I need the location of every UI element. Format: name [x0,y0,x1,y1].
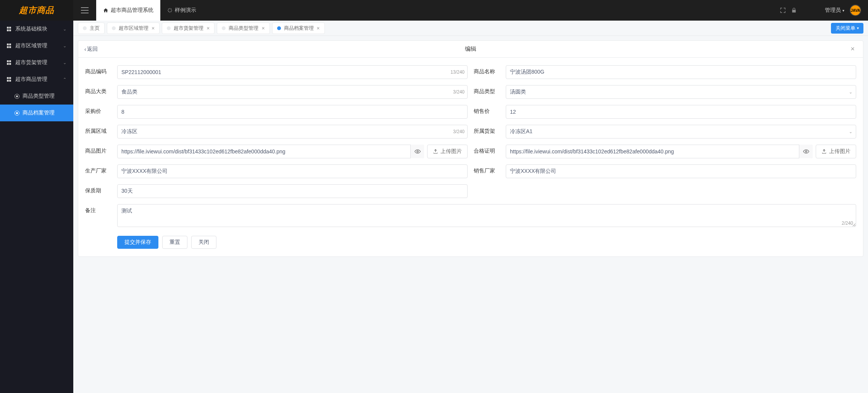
logo: 超市商品 [0,0,73,21]
input-cert-url[interactable] [506,145,813,158]
input-area[interactable] [117,125,468,139]
select-shelf[interactable] [506,125,856,139]
avatar-text: JAVA [850,8,860,13]
fullscreen-button[interactable] [780,7,786,13]
card-close-button[interactable]: × [848,44,857,54]
top-tab-system[interactable]: 超市商品管理系统 [96,0,160,21]
user-name: 管理员 [825,7,841,14]
card-title: 编辑 [465,45,476,53]
reset-button[interactable]: 重置 [162,236,187,249]
page-tab-area[interactable]: 超市区域管理 × [107,23,160,34]
page-tab-label: 主页 [90,25,100,32]
svg-point-1 [805,151,807,152]
page-tab-shelf[interactable]: 超市货架管理 × [162,23,215,34]
sidebar-sub-label: 商品档案管理 [23,110,55,116]
chevron-down-icon: ⌄ [63,43,66,48]
upload-image-button[interactable]: 上传图片 [427,145,468,158]
top-tab-label: 超市商品管理系统 [111,7,153,14]
input-code[interactable] [117,65,468,79]
sidebar-item-product-mgmt[interactable]: 超市商品管理 ⌃ [0,71,73,88]
tab-close-icon[interactable]: × [317,26,320,31]
grid-icon [7,43,11,48]
sidebar-item-system-base[interactable]: 系统基础模块 ⌄ [0,21,73,37]
top-tabs: 超市商品管理系统 样例演示 [96,0,203,21]
close-tabs-menu-button[interactable]: 关闭菜单 ▾ [831,23,863,34]
tab-close-icon[interactable]: × [207,26,210,31]
close-button[interactable]: 关闭 [191,236,216,249]
lock-button[interactable] [791,7,797,13]
header-right: 管理员 ▾ JAVA [780,5,868,16]
page-tab-product-type[interactable]: 商品类型管理 × [217,23,269,34]
back-label: 返回 [87,46,98,53]
label-sale-price: 销售价 [474,105,501,115]
label-code: 商品编码 [85,65,113,75]
hamburger-icon [81,7,89,13]
content-scroll: ‹ 返回 编辑 × 商品编码 13/240 [73,36,868,393]
input-purchase-price[interactable] [117,105,468,119]
top-tab-demo[interactable]: 样例演示 [160,0,203,21]
page-tab-label: 商品档案管理 [284,25,314,32]
upload-icon [821,149,827,154]
label-cert: 合格证明 [474,145,501,155]
grid-icon [7,27,11,31]
label-producer: 生产厂家 [85,164,113,174]
label-seller: 销售厂家 [474,164,501,174]
label-remark: 备注 [85,204,113,214]
sidebar-item-label: 超市商品管理 [15,76,47,83]
gear-icon [15,94,19,99]
upload-cert-button[interactable]: 上传图片 [816,145,856,158]
chevron-up-icon: ⌃ [63,77,66,82]
submit-button[interactable]: 提交并保存 [117,236,158,249]
user-menu[interactable]: 管理员 ▾ [825,7,844,14]
input-category[interactable] [117,85,468,99]
grid-icon [7,60,11,65]
page-tab-home[interactable]: 主页 [78,23,105,34]
tab-dot-icon [277,26,281,30]
input-sale-price[interactable] [506,105,856,119]
label-purchase-price: 采购价 [85,105,113,115]
label-image: 商品图片 [85,145,113,155]
back-button[interactable]: ‹ 返回 [84,46,98,53]
page-tab-label: 超市区域管理 [119,25,148,32]
edit-card: ‹ 返回 编辑 × 商品编码 13/240 [78,40,863,257]
input-name[interactable] [506,65,856,79]
top-header: 超市商品 超市商品管理系统 样例演示 管理员 ▾ JAVA [0,0,868,21]
sidebar-item-label: 超市货架管理 [15,59,47,66]
tab-close-icon[interactable]: × [261,26,265,31]
tab-close-icon[interactable]: × [152,26,155,31]
chevron-down-icon: ⌄ [63,27,66,32]
lock-icon [791,7,797,13]
input-shelf-life[interactable] [117,184,468,198]
sidebar: 系统基础模块 ⌄ 超市区域管理 ⌄ 超市货架管理 ⌄ 超市商品管理 ⌃ 商品类型… [0,21,73,393]
label-shelf: 所属货架 [474,125,501,135]
sidebar-item-shelf-mgmt[interactable]: 超市货架管理 ⌄ [0,54,73,71]
home-icon [103,8,108,13]
preview-cert-button[interactable] [799,145,813,158]
upload-icon [433,149,438,154]
textarea-remark[interactable] [117,204,856,227]
page-tab-label: 超市货架管理 [174,25,203,32]
main-content: 主页 超市区域管理 × 超市货架管理 × 商品类型管理 × 商品档案管理 × [73,21,868,393]
page-tabs-bar: 主页 超市区域管理 × 超市货架管理 × 商品类型管理 × 商品档案管理 × [73,21,868,36]
form-body: 商品编码 13/240 商品名称 [78,58,863,256]
sidebar-item-area-mgmt[interactable]: 超市区域管理 ⌄ [0,37,73,54]
preview-image-button[interactable] [410,145,424,158]
menu-toggle-button[interactable] [73,0,96,21]
avatar[interactable]: JAVA [850,5,861,16]
close-tabs-label: 关闭菜单 [836,25,855,32]
eye-icon [803,149,809,154]
input-seller[interactable] [506,164,856,178]
sidebar-sub-product-type[interactable]: 商品类型管理 [0,88,73,105]
input-image-url[interactable] [117,145,424,158]
chevron-down-icon: ⌄ [63,60,66,65]
select-type[interactable] [506,85,856,99]
page-tab-product-archive[interactable]: 商品档案管理 × [272,23,325,34]
sidebar-sub-product-archive[interactable]: 商品档案管理 [0,105,73,121]
input-producer[interactable] [117,164,468,178]
top-tab-label: 样例演示 [175,7,196,14]
page-tab-label: 商品类型管理 [229,25,258,32]
fullscreen-icon [780,7,786,13]
sparkle-icon [167,8,173,13]
label-name: 商品名称 [474,65,501,75]
chevron-left-icon: ‹ [84,46,86,52]
